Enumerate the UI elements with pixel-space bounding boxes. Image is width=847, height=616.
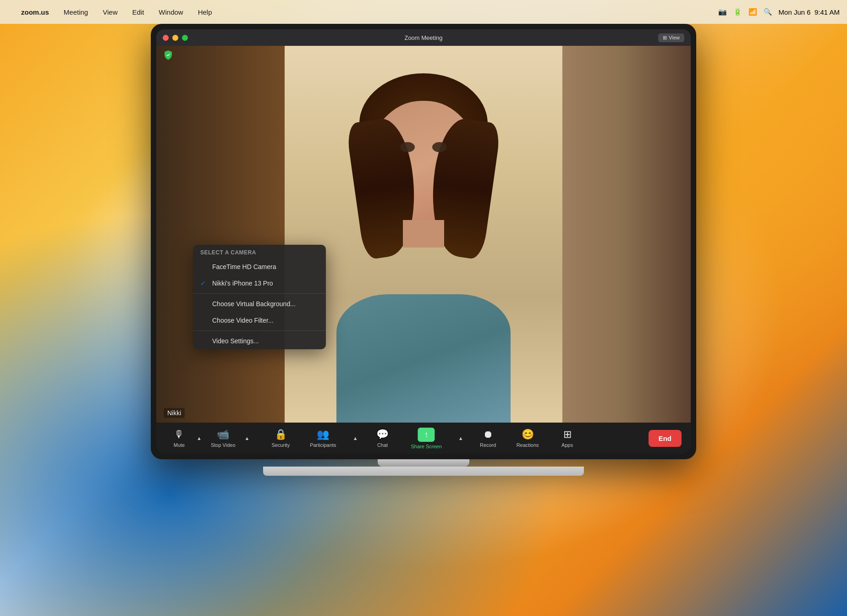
menu-window[interactable]: Window [156,7,186,17]
checkmark-empty-4 [200,337,208,345]
toolbar-right-controls: End [649,430,682,447]
share-screen-button[interactable]: ↑ Share Screen [406,425,447,452]
camera-menu-header: Select a Camera [193,245,326,258]
stop-video-label: Stop Video [211,442,236,448]
share-screen-label: Share Screen [411,444,442,449]
video-chevron[interactable]: ▲ [243,433,252,444]
stop-video-button[interactable]: 📹 Stop Video [205,426,241,451]
menu-meeting[interactable]: Meeting [61,7,91,17]
laptop-screen: Zoom Meeting ⊞ View [151,24,696,459]
menubar-wifi-icon: 📶 [748,8,757,16]
camera-select-menu: Select a Camera FaceTime HD Camera ✓ Nik… [193,245,326,349]
share-screen-icon: ↑ [418,428,435,442]
menubar-battery-icon: 🔋 [733,8,742,16]
choose-video-filter-option[interactable]: Choose Video Filter... [193,312,326,329]
toolbar-left-controls: 🎙 Mute ▲ 📹 Stop Video ▲ [165,426,251,451]
macbook-stand [378,459,469,467]
wardrobe-left [156,46,303,423]
toolbar-center-controls: 🔒 Security 👥 Participants ▲ 💬 [266,425,581,452]
menu-divider-2 [193,330,326,331]
apps-icon: ⊞ [563,429,572,440]
window-title: Zoom Meeting [404,34,442,41]
checkmark-active: ✓ [200,280,208,287]
minimize-button[interactable] [172,35,178,41]
participants-label: Participants [310,442,336,448]
participants-button[interactable]: 👥 Participants [304,426,341,451]
mute-label: Mute [174,442,185,448]
record-icon: ⏺ [483,429,493,440]
chat-label: Chat [377,442,388,448]
microphone-icon: 🎙 [174,429,184,440]
video-participant [309,46,538,423]
traffic-lights [163,35,188,41]
room-right [553,46,691,423]
video-area: Select a Camera FaceTime HD Camera ✓ Nik… [156,46,691,423]
close-button[interactable] [163,35,169,41]
menubar-datetime: Mon Jun 6 9:41 AM [779,8,840,16]
menu-help[interactable]: Help [195,7,215,17]
zoom-titlebar: Zoom Meeting ⊞ View [156,29,691,46]
view-button[interactable]: ⊞ View [658,33,684,42]
share-screen-chevron[interactable]: ▲ [456,433,465,444]
reactions-button[interactable]: 😊 Reactions [511,426,544,451]
participants-chevron[interactable]: ▲ [351,433,360,444]
maximize-button[interactable] [182,35,188,41]
menu-view[interactable]: View [100,7,120,17]
end-button[interactable]: End [649,430,682,447]
security-icon: 🔒 [275,429,287,440]
macbook-window: Zoom Meeting ⊞ View [151,24,696,574]
checkmark-empty [200,263,208,270]
checkmark-empty-3 [200,317,208,324]
laptop-inner: Zoom Meeting ⊞ View [156,29,691,454]
reactions-label: Reactions [517,442,539,448]
video-settings-option[interactable]: Video Settings... [193,333,326,349]
menu-edit[interactable]: Edit [129,7,147,17]
menu-app-name[interactable]: zoom.us [18,7,52,17]
chat-icon: 💬 [376,429,389,440]
choose-virtual-bg-option[interactable]: Choose Virtual Background... [193,296,326,312]
record-button[interactable]: ⏺ Record [474,426,502,451]
menu-divider-1 [193,293,326,294]
participant-name-label: Nikki [164,408,185,418]
menubar: zoom.us Meeting View Edit Window Help 📷 … [0,0,847,24]
participants-icon: 👥 [317,429,329,440]
security-label: Security [271,442,290,448]
security-button[interactable]: 🔒 Security [266,426,295,451]
security-shield-badge[interactable] [163,50,174,60]
meeting-toolbar: 🎙 Mute ▲ 📹 Stop Video ▲ 🔒 Securi [156,423,691,454]
macbook-base [263,467,584,476]
camera-option-facetime[interactable]: FaceTime HD Camera [193,258,326,275]
menubar-camera-icon: 📷 [718,8,727,16]
apps-label: Apps [561,442,573,448]
mute-button[interactable]: 🎙 Mute [165,426,193,451]
checkmark-empty-2 [200,300,208,308]
camera-option-iphone[interactable]: ✓ Nikki's iPhone 13 Pro [193,275,326,292]
video-camera-icon: 📹 [217,429,229,440]
apps-button[interactable]: ⊞ Apps [554,426,581,451]
menubar-search-icon[interactable]: 🔍 [764,8,772,16]
reactions-icon: 😊 [522,429,534,440]
grid-icon: ⊞ [663,35,667,41]
mute-chevron[interactable]: ▲ [195,433,204,444]
chat-button[interactable]: 💬 Chat [369,426,396,451]
record-label: Record [480,442,496,448]
